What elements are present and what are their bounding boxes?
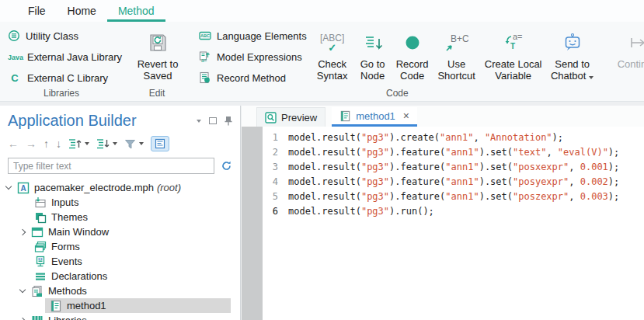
code-line[interactable]: 5model.result("pg3").feature("ann1").set… bbox=[263, 190, 644, 204]
tab-method[interactable]: Method bbox=[107, 1, 165, 22]
ribbon-group-code: ABC Language Elements a= Model Expressio… bbox=[191, 22, 604, 101]
svg-text:A: A bbox=[20, 184, 26, 193]
chevron-down-icon bbox=[589, 76, 594, 79]
check-icon: ✓ bbox=[328, 42, 336, 54]
tab-home[interactable]: Home bbox=[57, 1, 107, 22]
external-java-library-button[interactable]: Java External Java Library bbox=[6, 50, 127, 64]
move-up-button[interactable]: ↑ bbox=[44, 137, 49, 150]
go-to-node-button[interactable]: Go to Node bbox=[353, 26, 392, 92]
tree-item-libraries[interactable]: Libraries bbox=[0, 313, 240, 320]
forward-button[interactable]: → bbox=[26, 137, 37, 150]
send-to-chatbot-label: Send to Chatbot bbox=[549, 58, 596, 82]
use-shortcut-label: Use Shortcut bbox=[436, 58, 478, 82]
tree-root-label: pacemaker_electrode.mph bbox=[34, 182, 154, 193]
pin-icon[interactable] bbox=[225, 116, 232, 126]
tree-item-methods[interactable]: Methods bbox=[0, 283, 240, 298]
refresh-icon[interactable] bbox=[221, 160, 232, 172]
tree-item-label: Libraries bbox=[48, 315, 87, 320]
utility-class-button[interactable]: Utility Class bbox=[6, 28, 127, 43]
model-expressions-button[interactable]: a= Model Expressions bbox=[197, 49, 312, 64]
collapse-up-button[interactable] bbox=[68, 137, 89, 150]
panel-menu-chevron-icon[interactable] bbox=[197, 120, 201, 123]
panel-toolbar: ← → ↑ ↓ bbox=[0, 131, 240, 155]
code-line[interactable]: 6model.result("pg3").run(); bbox=[263, 204, 644, 219]
chevron-down-icon bbox=[113, 142, 117, 145]
filter-button[interactable] bbox=[124, 138, 144, 150]
model-expressions-label: Model Expressions bbox=[217, 51, 302, 63]
check-syntax-button[interactable]: [ABC] ✓ Check Syntax bbox=[312, 26, 353, 92]
language-elements-button[interactable]: ABC Language Elements bbox=[197, 28, 312, 43]
record-code-button[interactable]: Record Code bbox=[392, 26, 433, 92]
tree-item-themes[interactable]: Themes bbox=[0, 210, 240, 224]
group-label-edit: Edit bbox=[126, 88, 188, 99]
revert-to-saved-label: Revert to Saved bbox=[135, 58, 180, 82]
ribbon-group-libraries: Utility Class Java External Java Library… bbox=[0, 22, 123, 101]
code-text: model.result("pg3").feature("ann1").set(… bbox=[288, 145, 619, 160]
tree-item-forms[interactable]: Forms bbox=[0, 239, 240, 254]
declarations-icon bbox=[34, 270, 47, 283]
move-down-button[interactable]: ↓ bbox=[56, 137, 61, 150]
tree-item-label: method1 bbox=[67, 300, 106, 311]
float-window-icon[interactable] bbox=[209, 117, 217, 124]
line-number: 3 bbox=[263, 160, 278, 175]
tree-item-events[interactable]: Events bbox=[0, 254, 240, 269]
show-details-toggle[interactable] bbox=[151, 136, 169, 151]
java-icon: Java bbox=[8, 54, 22, 61]
list-up-icon bbox=[68, 137, 82, 150]
code-lines: 1model.result("pg3").create("ann1", "Ann… bbox=[263, 130, 644, 320]
panel-header: Application Builder bbox=[0, 106, 240, 131]
t-glyph: T bbox=[510, 42, 515, 50]
breakpoint-margin[interactable] bbox=[242, 127, 263, 320]
tab-method1[interactable]: method1 × bbox=[332, 107, 417, 127]
libraries-icon bbox=[31, 315, 44, 320]
revert-to-saved-button[interactable]: Revert to Saved bbox=[132, 26, 183, 92]
back-button[interactable]: ← bbox=[8, 137, 19, 150]
code-line[interactable]: 2model.result("pg3").feature("ann1").set… bbox=[263, 145, 644, 160]
revert-to-saved-icon bbox=[147, 32, 169, 54]
events-icon bbox=[34, 256, 47, 268]
language-elements-icon: ABC bbox=[199, 30, 211, 42]
tree-root-row[interactable]: A pacemaker_electrode.mph (root) bbox=[0, 180, 240, 195]
tab-preview[interactable]: Preview bbox=[256, 107, 325, 127]
tree-item-inputs[interactable]: Inputs bbox=[0, 195, 240, 210]
chevron-down-icon bbox=[139, 142, 144, 145]
code-line[interactable]: 3model.result("pg3").feature("ann1").set… bbox=[263, 160, 644, 175]
record-code-icon bbox=[402, 33, 423, 53]
send-to-chatbot-button[interactable]: Send to Chatbot bbox=[546, 26, 599, 92]
themes-icon bbox=[34, 211, 47, 224]
expand-down-button[interactable] bbox=[96, 137, 117, 150]
expander-expand-icon[interactable] bbox=[19, 228, 26, 235]
code-area[interactable]: 1model.result("pg3").create("ann1", "Ann… bbox=[242, 127, 644, 320]
tree-item-label: Themes bbox=[51, 211, 88, 223]
tree-item-label: Events bbox=[51, 256, 82, 267]
create-local-variable-button[interactable]: a= T Create Local Variable bbox=[481, 26, 546, 92]
svg-text:a=: a= bbox=[201, 57, 207, 63]
method-document-icon bbox=[339, 110, 351, 122]
tree-item-main-window[interactable]: Main Window bbox=[0, 224, 240, 239]
editor-tab-bar: Preview method1 × bbox=[242, 106, 644, 127]
code-line[interactable]: 1model.result("pg3").create("ann1", "Ann… bbox=[263, 130, 644, 145]
list-down-icon bbox=[96, 137, 110, 150]
tree-item-declarations[interactable]: Declarations bbox=[0, 269, 240, 283]
code-text: model.result("pg3").create("ann1", "Anno… bbox=[288, 130, 563, 145]
close-tab-icon[interactable]: × bbox=[403, 110, 409, 122]
external-c-library-button[interactable]: C External C Library bbox=[6, 71, 127, 85]
svg-text:a=: a= bbox=[513, 32, 523, 41]
record-method-button[interactable]: Record Method bbox=[197, 70, 312, 85]
expander-collapse-icon[interactable] bbox=[19, 287, 26, 293]
use-shortcut-button[interactable]: B+C Use Shortcut bbox=[433, 26, 481, 92]
tab-file[interactable]: File bbox=[17, 1, 57, 22]
code-text: model.result("pg3").feature("ann1").set(… bbox=[288, 190, 619, 204]
tree-item-method1[interactable]: method1 bbox=[0, 298, 240, 313]
line-number: 1 bbox=[263, 130, 278, 145]
code-line[interactable]: 4model.result("pg3").feature("ann1").set… bbox=[263, 175, 644, 190]
expander-collapse-icon[interactable] bbox=[5, 183, 12, 190]
code-text: model.result("pg3").run(); bbox=[288, 204, 434, 219]
expander-expand-icon[interactable] bbox=[19, 317, 26, 320]
filter-input[interactable] bbox=[8, 158, 214, 174]
continue-icon bbox=[626, 33, 644, 52]
tree-item-label: Forms bbox=[51, 241, 80, 252]
forms-icon bbox=[34, 241, 47, 253]
svg-text:B+C: B+C bbox=[451, 33, 469, 44]
continue-button[interactable]: Continue bbox=[613, 26, 644, 92]
